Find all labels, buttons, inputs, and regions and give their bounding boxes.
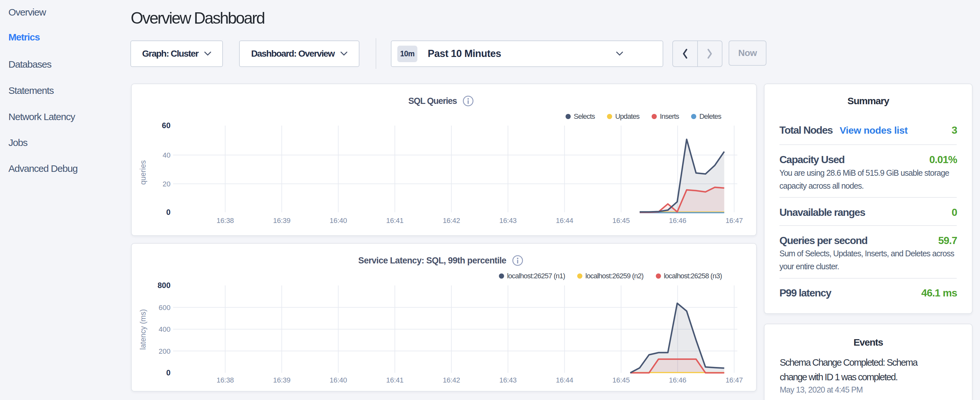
svg-text:latency (ms): latency (ms) <box>139 309 147 349</box>
svg-text:40: 40 <box>163 151 170 159</box>
svg-text:600: 600 <box>159 304 170 312</box>
svg-text:16:43: 16:43 <box>499 217 517 225</box>
svg-text:16:47: 16:47 <box>725 376 743 384</box>
svg-text:16:39: 16:39 <box>273 217 291 225</box>
svg-text:16:38: 16:38 <box>216 217 234 225</box>
svg-text:16:46: 16:46 <box>669 217 687 225</box>
svg-text:16:45: 16:45 <box>612 217 630 225</box>
svg-text:16:45: 16:45 <box>612 376 630 384</box>
svg-text:16:43: 16:43 <box>499 376 517 384</box>
svg-text:16:42: 16:42 <box>442 376 460 384</box>
svg-text:0: 0 <box>166 208 170 217</box>
svg-text:800: 800 <box>158 281 170 290</box>
svg-text:400: 400 <box>159 325 170 333</box>
svg-text:200: 200 <box>159 347 170 355</box>
svg-text:16:41: 16:41 <box>386 376 404 384</box>
svg-text:16:42: 16:42 <box>442 217 460 225</box>
svg-text:16:47: 16:47 <box>725 217 743 225</box>
svg-text:0: 0 <box>166 368 170 377</box>
svg-text:16:40: 16:40 <box>330 376 347 384</box>
svg-text:16:44: 16:44 <box>556 376 573 384</box>
svg-text:queries: queries <box>139 160 147 185</box>
svg-text:16:46: 16:46 <box>669 376 687 384</box>
svg-text:16:41: 16:41 <box>386 217 404 225</box>
svg-text:16:39: 16:39 <box>273 376 291 384</box>
svg-text:60: 60 <box>162 121 170 130</box>
svg-text:16:38: 16:38 <box>216 376 234 384</box>
svg-text:20: 20 <box>163 180 170 188</box>
svg-text:16:44: 16:44 <box>556 217 573 225</box>
svg-text:16:40: 16:40 <box>330 217 347 225</box>
